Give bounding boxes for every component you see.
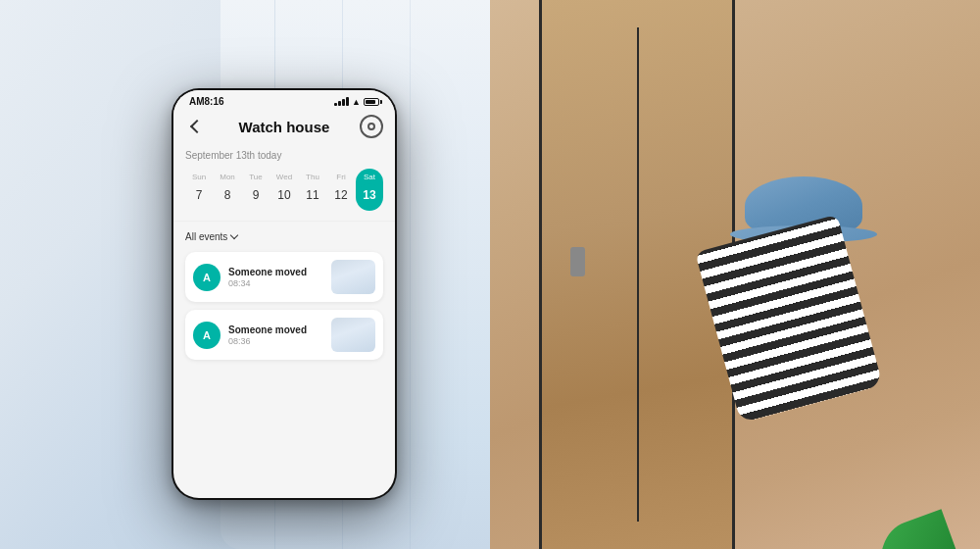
- cal-day-num: 13: [358, 183, 381, 207]
- divider: [173, 221, 395, 222]
- calendar-day-11[interactable]: Thu 11: [299, 173, 326, 207]
- calendar-day-9[interactable]: Tue 9: [242, 173, 270, 207]
- settings-icon: [368, 123, 375, 130]
- bg-right: [490, 0, 980, 549]
- calendar-day-10[interactable]: Wed 10: [270, 173, 298, 207]
- status-icons: ▲: [334, 97, 379, 107]
- event-title: Someone moved: [228, 324, 323, 335]
- calendar-day-12[interactable]: Fri 12: [327, 173, 355, 207]
- filter-label: All events: [185, 231, 227, 242]
- date-label: September 13th today: [185, 150, 383, 161]
- calendar-day-13[interactable]: Sat 13: [356, 169, 383, 211]
- event-time: 08:34: [228, 278, 323, 288]
- cal-day-name: Fri: [336, 173, 345, 181]
- background: [0, 0, 980, 549]
- leaf-1: [867, 509, 974, 549]
- event-thumb-image: [331, 318, 375, 352]
- event-avatar: A: [193, 322, 220, 349]
- cal-day-name: Sat: [364, 173, 375, 181]
- back-button[interactable]: [185, 115, 209, 138]
- battery-icon: [364, 98, 379, 106]
- event-avatar: A: [193, 264, 220, 291]
- door-center-line: [637, 27, 639, 522]
- event-thumbnail: [331, 318, 375, 352]
- cal-day-num: 7: [187, 183, 211, 207]
- phone-wrapper: AM8:16 ▲: [172, 88, 397, 500]
- plant: [862, 304, 980, 549]
- status-bar: AM8:16 ▲: [173, 90, 395, 111]
- event-info: Someone moved 08:34: [228, 267, 323, 288]
- calendar-day-8[interactable]: Mon 8: [214, 173, 241, 207]
- cal-day-name: Sun: [192, 173, 206, 181]
- event-thumb-image: [331, 260, 375, 294]
- page-title: Watch house: [209, 119, 360, 135]
- app-header: Watch house: [173, 111, 395, 146]
- status-time: AM8:16: [189, 96, 224, 107]
- cal-day-name: Wed: [276, 173, 292, 181]
- cal-day-num: 11: [301, 183, 324, 207]
- event-time: 08:36: [228, 336, 323, 346]
- event-item[interactable]: A Someone moved 08:34: [185, 252, 383, 302]
- cal-day-num: 12: [329, 183, 353, 207]
- filter-chevron-icon: [230, 231, 238, 239]
- door-handle: [570, 247, 585, 276]
- calendar-day-7[interactable]: Sun 7: [185, 173, 213, 207]
- signal-icon: [334, 97, 349, 106]
- settings-button[interactable]: [360, 115, 383, 138]
- person-body: [715, 176, 872, 451]
- date-section: September 13th today Sun 7 Mon 8 Tue 9 W…: [173, 146, 395, 217]
- battery-fill: [366, 100, 375, 104]
- back-arrow-icon: [190, 120, 204, 133]
- cal-day-num: 9: [244, 183, 268, 207]
- shirt: [695, 215, 882, 424]
- events-list: A Someone moved 08:34 A Someone moved 08…: [173, 248, 395, 498]
- calendar-row: Sun 7 Mon 8 Tue 9 Wed 10 Thu 11 Fri 12 S…: [185, 169, 383, 211]
- filter-row[interactable]: All events: [173, 225, 395, 248]
- cal-day-num: 8: [216, 183, 239, 207]
- event-info: Someone moved 08:36: [228, 324, 323, 346]
- cal-day-name: Tue: [249, 173, 263, 181]
- event-thumbnail: [331, 260, 375, 294]
- phone: AM8:16 ▲: [172, 88, 397, 500]
- cal-day-name: Mon: [220, 173, 235, 181]
- cal-day-name: Thu: [306, 173, 319, 181]
- cal-day-num: 10: [272, 183, 296, 207]
- event-item[interactable]: A Someone moved 08:36: [185, 310, 383, 360]
- phone-screen: AM8:16 ▲: [173, 90, 395, 498]
- wifi-icon: ▲: [352, 97, 361, 107]
- event-title: Someone moved: [228, 267, 323, 277]
